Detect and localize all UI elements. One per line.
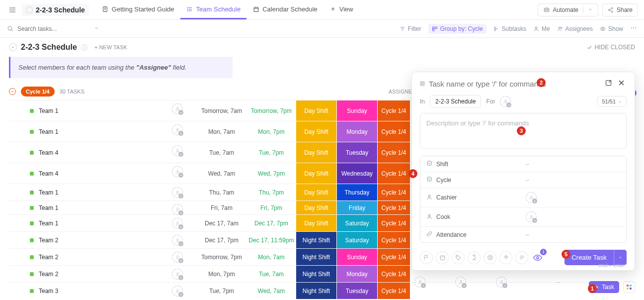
cycle-cell[interactable]: Cycle 1/4	[378, 201, 410, 214]
day-cell[interactable]: Sunday	[337, 249, 378, 265]
assignees-button[interactable]: Assignees	[557, 25, 593, 32]
cycle-cell[interactable]: Cycle 1/4	[378, 283, 410, 299]
shift-cell[interactable]: Day Shift	[296, 201, 337, 214]
apps-button[interactable]	[623, 281, 635, 293]
view-tab-calendar-schedule[interactable]: Calendar Schedule	[246, 0, 323, 19]
status-square-icon[interactable]	[420, 81, 425, 86]
breadcrumb[interactable]: 2-2-3 Schedule	[22, 4, 89, 16]
due-date[interactable]: Dec 17, 7pm	[246, 215, 296, 231]
due-date[interactable]: Dec 17, 11:59pm	[246, 232, 296, 248]
view-tab-team-schedule[interactable]: Team Schedule	[180, 0, 247, 19]
day-cell[interactable]: Saturday	[337, 215, 378, 231]
start-date[interactable]: Tomorrow, 7pm	[197, 249, 246, 265]
view-tab-getting-started-guide[interactable]: Getting Started Guide	[96, 0, 180, 19]
assignee-add[interactable]: +	[172, 252, 183, 263]
start-date[interactable]: Tomorrow, 7am	[197, 100, 246, 121]
search-dropdown[interactable]	[94, 25, 99, 32]
due-date[interactable]: Tue, 7pm	[246, 142, 296, 163]
time-icon[interactable]	[468, 251, 481, 264]
collapse-list-icon[interactable]	[9, 43, 17, 51]
assignee-add[interactable]: +	[172, 145, 183, 156]
assignee-add[interactable]: +	[172, 124, 183, 135]
me-button[interactable]: Me	[533, 25, 550, 32]
shift-cell[interactable]: Day Shift	[296, 121, 337, 142]
cycle-cell[interactable]: Cycle 1/4	[378, 266, 410, 282]
assignee-add[interactable]: +	[172, 204, 183, 215]
field-cashier[interactable]: Cashier+	[420, 188, 626, 207]
start-date[interactable]: Dec 17, 7am	[197, 215, 246, 231]
tag-icon[interactable]	[452, 251, 465, 264]
groupby-button[interactable]: Group by: Cycle	[428, 24, 486, 34]
sprint-icon[interactable]	[483, 251, 496, 264]
cycle-cell[interactable]: Cycle 1/4	[378, 142, 410, 163]
day-cell[interactable]: Tuesday	[337, 283, 378, 299]
shift-cell[interactable]: Night Shift	[296, 266, 337, 282]
shift-cell[interactable]: Day Shift	[296, 100, 337, 121]
cycle-cell[interactable]: Cycle 1/4	[378, 184, 410, 200]
ghost-avatar[interactable]: +	[455, 277, 466, 288]
date-icon[interactable]	[436, 251, 449, 264]
hamburger-menu[interactable]	[6, 3, 19, 16]
field-attendance[interactable]: Attendance–	[420, 227, 626, 242]
shift-cell[interactable]: Day Shift	[296, 215, 337, 231]
assignee-add[interactable]: +	[172, 286, 183, 297]
start-date[interactable]: Fri, 7am	[197, 201, 246, 214]
close-icon[interactable]	[618, 79, 627, 88]
field-shift[interactable]: Shift–	[420, 156, 626, 172]
start-date[interactable]: Wed, 7am	[197, 163, 246, 184]
automate-button[interactable]: Automate	[538, 3, 598, 16]
cycle-cell[interactable]: Cycle 1/4	[378, 121, 410, 142]
cycle-cell[interactable]: Cycle 1/4	[378, 215, 410, 231]
due-date[interactable]: Thu, 7pm	[246, 184, 296, 200]
assignee-add[interactable]: +	[500, 96, 511, 107]
view-tab-view[interactable]: View	[323, 0, 359, 19]
start-date[interactable]: Tue, 7am	[197, 142, 246, 163]
due-date[interactable]: Wed, 7am	[246, 283, 296, 299]
collapse-group-icon[interactable]	[9, 88, 16, 95]
shift-cell[interactable]: Day Shift	[296, 163, 337, 184]
day-cell[interactable]: Monday	[337, 121, 378, 142]
info-icon[interactable]: i	[81, 44, 87, 51]
share-button[interactable]: Share	[602, 3, 638, 16]
day-cell[interactable]: Saturday	[337, 232, 378, 248]
day-cell[interactable]: Tuesday	[337, 142, 378, 163]
day-cell[interactable]: Sunday	[337, 100, 378, 121]
cycle-cell[interactable]: Cycle 1/4	[378, 249, 410, 265]
shift-cell[interactable]: Night Shift	[296, 283, 337, 299]
field-cook[interactable]: Cook+	[420, 207, 626, 227]
ghost-avatar[interactable]: +	[414, 277, 425, 288]
due-date[interactable]: Tomorrow, 7pm	[246, 100, 296, 121]
dependency-icon[interactable]	[515, 251, 528, 264]
ghost-avatar[interactable]: +	[496, 277, 507, 288]
shift-cell[interactable]: Day Shift	[296, 142, 337, 163]
more-button[interactable]	[630, 24, 637, 33]
assignee-add[interactable]: +	[172, 187, 183, 198]
due-date[interactable]: Mon, 7am	[246, 249, 296, 265]
assignee-add[interactable]: +	[172, 166, 183, 177]
field-avatar[interactable]: +	[526, 211, 537, 222]
start-date[interactable]: Mon, 7am	[197, 121, 246, 142]
flag-icon[interactable]	[420, 251, 433, 264]
template-counter[interactable]: 51/51	[597, 96, 627, 107]
due-date[interactable]: Wed, 7pm	[246, 163, 296, 184]
cycle-cell[interactable]: Cycle 1/4	[378, 232, 410, 248]
start-date[interactable]: Dec 17, 7pm	[197, 232, 246, 248]
start-date[interactable]: Mon, 7pm	[197, 266, 246, 282]
day-cell[interactable]: Wednesday	[337, 163, 378, 184]
hide-closed-button[interactable]: HIDE CLOSED	[587, 44, 635, 51]
assignee-add[interactable]: +	[172, 218, 183, 229]
field-cycle[interactable]: Cycle–	[420, 172, 626, 188]
search-input[interactable]	[17, 25, 87, 32]
group-pill[interactable]: Cycle 1/4	[21, 87, 55, 97]
task-name-input[interactable]	[429, 80, 601, 88]
start-date[interactable]: Thu, 7am	[197, 184, 246, 200]
new-task-button[interactable]: + NEW TASK	[94, 44, 127, 50]
due-date[interactable]: Tue, 7am	[246, 266, 296, 282]
assignee-add[interactable]: +	[172, 235, 183, 246]
cycle-cell[interactable]: Cycle 1/4	[378, 100, 410, 121]
start-date[interactable]: Tue, 7pm	[197, 283, 246, 299]
field-avatar[interactable]: +	[526, 192, 537, 203]
subtasks-button[interactable]: Subtasks	[493, 25, 526, 32]
shift-cell[interactable]: Night Shift	[296, 232, 337, 248]
location-pill[interactable]: 2-2-3 Schedule	[430, 95, 481, 108]
